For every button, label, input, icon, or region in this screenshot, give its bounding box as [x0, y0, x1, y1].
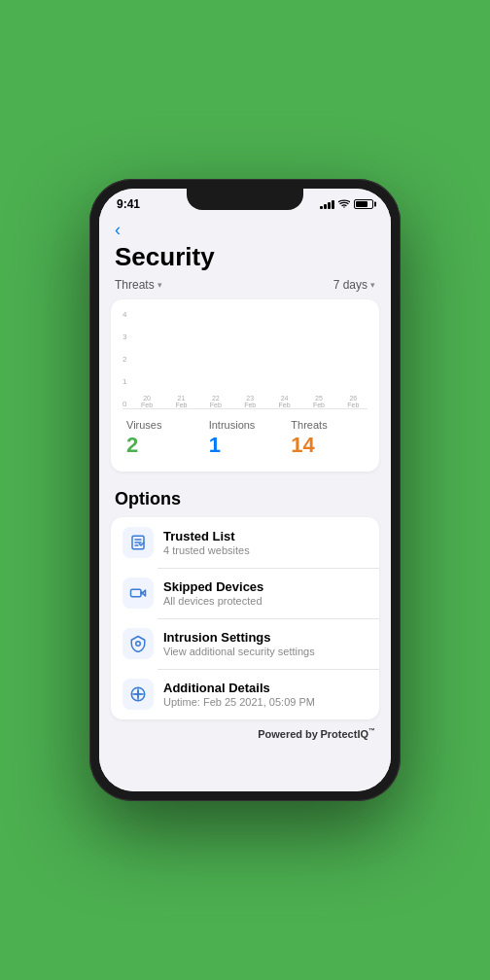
viruses-label: Viruses	[126, 419, 199, 431]
status-time: 9:41	[117, 197, 140, 211]
intrusions-value: 1	[209, 433, 282, 458]
intrusion-settings-row[interactable]: Intrusion Settings View additional secur…	[111, 618, 379, 669]
intrusion-settings-subtitle: View additional security settings	[163, 646, 368, 657]
signal-bars-icon	[320, 199, 334, 209]
bar-item: 23Feb	[236, 392, 264, 408]
threats-chevron-icon: ▾	[158, 280, 162, 290]
main-content: ‹ Security Threats ▾ 7 days ▾	[99, 216, 391, 791]
intrusions-label: Intrusions	[209, 419, 282, 431]
svg-rect-5	[131, 589, 142, 597]
bar-label-24feb: 24Feb	[279, 395, 291, 408]
period-chevron-icon: ▾	[370, 280, 375, 290]
additional-details-icon-wrap	[122, 679, 154, 710]
bars-container: 20Feb 21Feb 22Feb 23Feb	[132, 311, 368, 408]
bar-label-26feb: 26Feb	[347, 395, 359, 408]
stats-row: Viruses 2 Intrusions 1 Threats 14	[122, 409, 368, 462]
additional-details-row[interactable]: Additional Details Uptime: Feb 25 2021, …	[111, 669, 379, 719]
status-icons	[320, 198, 373, 210]
trusted-list-icon	[129, 534, 147, 551]
stat-intrusions: Intrusions 1	[209, 419, 282, 458]
chart-area: 0 1 2 3 4 20Feb 21Feb	[122, 311, 368, 408]
y-axis: 0 1 2 3 4	[122, 311, 126, 408]
threats-label: Threats	[291, 419, 364, 431]
y-label-4: 4	[122, 311, 126, 319]
skipped-devices-row[interactable]: Skipped Devices All devices protected	[111, 568, 379, 618]
options-card: Trusted List 4 trusted websites Skipped …	[111, 517, 379, 719]
trusted-list-row[interactable]: Trusted List 4 trusted websites	[111, 517, 379, 568]
y-label-1: 1	[122, 378, 126, 386]
bar-label-22feb: 22Feb	[210, 395, 222, 408]
bar-item: 24Feb	[270, 392, 298, 408]
bar-label-20feb: 20Feb	[141, 395, 153, 408]
additional-details-icon	[129, 685, 147, 703]
trusted-list-text: Trusted List 4 trusted websites	[163, 529, 368, 556]
bar-item: 25Feb	[304, 392, 332, 408]
page-title: Security	[115, 242, 375, 272]
skipped-devices-icon-wrap	[122, 578, 154, 609]
svg-point-6	[136, 642, 141, 647]
powered-by-label: Powered by	[258, 728, 318, 740]
skipped-devices-icon	[129, 584, 147, 602]
intrusion-settings-title: Intrusion Settings	[163, 630, 368, 645]
trusted-list-subtitle: 4 trusted websites	[163, 544, 368, 556]
options-title: Options	[99, 485, 391, 517]
skipped-devices-title: Skipped Devices	[163, 579, 368, 594]
viruses-value: 2	[126, 433, 199, 458]
intrusion-settings-icon	[129, 635, 147, 652]
threats-filter-label: Threats	[115, 278, 155, 292]
filter-row: Threats ▾ 7 days ▾	[115, 278, 375, 292]
trusted-list-icon-wrap	[122, 527, 154, 558]
y-label-3: 3	[122, 333, 126, 341]
bar-item: 21Feb	[167, 392, 195, 408]
period-filter-label: 7 days	[333, 278, 368, 292]
bar-label-21feb: 21Feb	[175, 395, 187, 408]
bar-label-23feb: 23Feb	[244, 395, 256, 408]
bar-item: 26Feb	[339, 392, 368, 408]
additional-details-subtitle: Uptime: Feb 25 2021, 05:09 PM	[163, 696, 368, 708]
svg-point-0	[343, 206, 345, 208]
skipped-devices-text: Skipped Devices All devices protected	[163, 579, 368, 607]
threats-filter[interactable]: Threats ▾	[115, 278, 162, 292]
header: ‹ Security Threats ▾ 7 days ▾	[99, 216, 391, 299]
skipped-devices-subtitle: All devices protected	[163, 595, 368, 607]
bar-item: 20Feb	[132, 392, 160, 408]
y-label-2: 2	[122, 356, 126, 364]
bar-item: 22Feb	[201, 392, 229, 408]
y-label-0: 0	[122, 401, 126, 408]
threats-value: 14	[291, 433, 364, 458]
chart-card: 0 1 2 3 4 20Feb 21Feb	[111, 299, 379, 472]
back-button[interactable]: ‹	[115, 220, 121, 240]
intrusion-settings-text: Intrusion Settings View additional secur…	[163, 630, 368, 657]
additional-details-title: Additional Details	[163, 681, 368, 695]
trusted-list-title: Trusted List	[163, 529, 368, 543]
stat-threats: Threats 14	[291, 419, 364, 458]
period-filter[interactable]: 7 days ▾	[333, 278, 375, 292]
footer: Powered by ProtectIQ™	[99, 719, 391, 750]
brand-name: ProtectIQ™	[320, 728, 375, 740]
battery-icon	[354, 199, 373, 209]
bar-label-25feb: 25Feb	[313, 395, 325, 408]
intrusion-settings-icon-wrap	[122, 628, 154, 659]
additional-details-text: Additional Details Uptime: Feb 25 2021, …	[163, 681, 368, 708]
stat-viruses: Viruses 2	[126, 419, 199, 458]
wifi-icon	[338, 198, 350, 210]
